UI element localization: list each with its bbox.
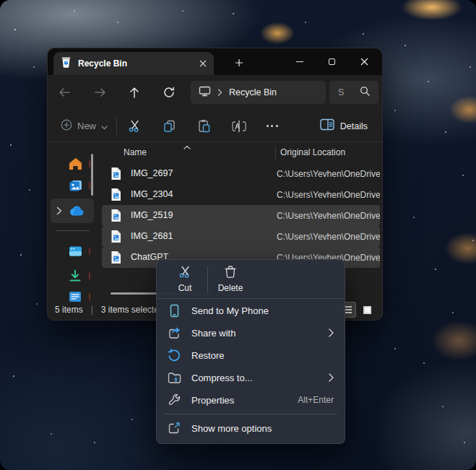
image-file-icon <box>111 230 121 246</box>
sidebar-item-onedrive[interactable] <box>51 199 94 223</box>
cut-label: Cut <box>178 283 192 293</box>
file-name: IMG_2304 <box>131 189 173 199</box>
file-name: IMG_2519 <box>131 210 173 220</box>
address-bar[interactable]: Recycle Bin <box>191 81 326 104</box>
file-row[interactable]: IMG_2697 C:\Users\Yevhen\OneDrive\ <box>102 163 380 184</box>
restore-icon <box>167 349 181 362</box>
tab-recycle-bin[interactable]: Recycle Bin <box>53 52 214 75</box>
column-header-original-location[interactable]: Original Location <box>280 147 345 157</box>
sidebar-scrollbar[interactable] <box>91 154 93 196</box>
search-placeholder: S <box>338 87 344 97</box>
search-icon <box>360 86 370 99</box>
wrench-icon <box>167 393 181 406</box>
phone-icon <box>167 304 181 318</box>
image-file-icon <box>111 167 121 183</box>
titlebar: Recycle Bin <box>48 48 382 75</box>
delete-label: Delete <box>218 283 243 293</box>
selected-count: 3 items selected <box>101 305 164 315</box>
shortcut-label: Alt+Enter <box>298 395 334 405</box>
image-file-icon <box>111 209 121 225</box>
image-file-icon <box>111 188 121 204</box>
submenu-chevron-icon <box>329 328 334 337</box>
column-divider[interactable] <box>275 146 276 160</box>
plus-circle-icon <box>61 119 72 134</box>
expand-chevron-icon[interactable] <box>56 206 62 215</box>
trash-icon <box>224 265 237 281</box>
see-more-icon[interactable] <box>260 115 284 137</box>
file-original-location: C:\Users\Yevhen\OneDrive\ <box>277 232 380 242</box>
maximize-button[interactable] <box>316 48 348 75</box>
tab-close-icon[interactable] <box>199 60 207 67</box>
command-bar: New <box>48 110 382 142</box>
file-original-location: C:\Users\Yevhen\OneDrive\ <box>277 190 380 200</box>
menu-item-properties[interactable]: Properties Alt+Enter <box>160 389 341 411</box>
menu-item-show-more-options[interactable]: Show more options <box>160 417 341 439</box>
sidebar <box>48 142 100 300</box>
quick-actions-row: Cut Delete <box>157 260 345 298</box>
icons-view-icon <box>363 306 371 314</box>
sidebar-divider <box>56 230 90 231</box>
show-more-options-icon <box>167 422 181 435</box>
refresh-button[interactable] <box>157 81 181 104</box>
back-button[interactable] <box>52 81 77 104</box>
recycle-bin-icon <box>61 56 72 71</box>
details-label: Details <box>340 121 368 131</box>
cut-button[interactable] <box>123 115 147 137</box>
file-original-location: C:\Users\Yevhen\OneDrive\ <box>277 211 380 221</box>
menu-item-send-to-my-phone[interactable]: Send to My Phone <box>160 300 341 321</box>
rename-button[interactable] <box>227 115 251 137</box>
sidebar-item-gallery[interactable] <box>62 175 88 196</box>
onedrive-cloud-icon <box>69 206 85 217</box>
menu-item-restore[interactable]: Restore <box>160 344 341 366</box>
icons-view-button[interactable] <box>358 302 376 318</box>
desktop-wallpaper: Recycle Bin <box>0 0 476 470</box>
file-name: IMG_2681 <box>131 231 173 241</box>
delete-menu-button[interactable]: Delete <box>209 263 251 296</box>
scissors-icon <box>178 265 192 281</box>
image-file-icon <box>111 251 121 267</box>
details-pane-icon <box>320 118 334 134</box>
new-button[interactable]: New <box>53 115 115 137</box>
file-row-selected[interactable]: IMG_2519 C:\Users\Yevhen\OneDrive\ <box>102 205 380 226</box>
file-row-selected[interactable]: IMG_2681 C:\Users\Yevhen\OneDrive\ <box>102 226 380 247</box>
paste-button[interactable] <box>192 115 216 137</box>
search-box[interactable]: S <box>329 81 378 104</box>
menu-divider <box>157 298 344 299</box>
file-name: IMG_2697 <box>131 168 173 178</box>
share-icon <box>167 326 181 339</box>
minimize-button[interactable] <box>283 48 316 75</box>
breadcrumb-location[interactable]: Recycle Bin <box>229 87 277 97</box>
context-menu: Cut Delete Send to My Phone Share with <box>156 259 345 444</box>
file-original-location: C:\Users\Yevhen\OneDrive\ <box>277 169 380 179</box>
new-tab-button[interactable] <box>228 52 250 74</box>
items-count: 5 items <box>55 305 83 315</box>
column-headers: Name Original Location <box>100 142 382 163</box>
navigation-bar: Recycle Bin S <box>48 75 382 110</box>
menu-divider <box>164 414 337 414</box>
quick-actions-divider <box>207 266 208 292</box>
toolbar-divider <box>116 117 117 135</box>
sidebar-item-downloads[interactable] <box>62 266 88 286</box>
column-header-name[interactable]: Name <box>124 147 147 157</box>
compress-folder-icon <box>167 372 181 384</box>
menu-item-compress-to[interactable]: Compress to... <box>160 367 341 388</box>
sidebar-item-desktop[interactable] <box>62 241 88 261</box>
menu-item-share-with[interactable]: Share with <box>160 322 341 344</box>
up-button[interactable] <box>122 81 147 104</box>
forward-button[interactable] <box>88 81 113 104</box>
sort-ascending-icon[interactable] <box>183 142 191 152</box>
chevron-down-icon <box>101 120 108 133</box>
status-divider: | <box>91 305 93 315</box>
window-controls <box>283 48 381 75</box>
file-row[interactable]: IMG_2304 C:\Users\Yevhen\OneDrive\ <box>102 184 380 205</box>
details-pane-button[interactable]: Details <box>314 115 373 137</box>
submenu-chevron-icon <box>329 373 334 382</box>
sidebar-item-home[interactable] <box>62 154 88 174</box>
copy-button[interactable] <box>157 115 181 137</box>
new-button-label: New <box>77 121 96 131</box>
cut-menu-button[interactable]: Cut <box>164 263 206 296</box>
tab-title: Recycle Bin <box>78 58 127 69</box>
close-button[interactable] <box>348 48 381 75</box>
this-pc-icon <box>199 85 211 100</box>
breadcrumb-chevron-icon <box>217 86 222 99</box>
